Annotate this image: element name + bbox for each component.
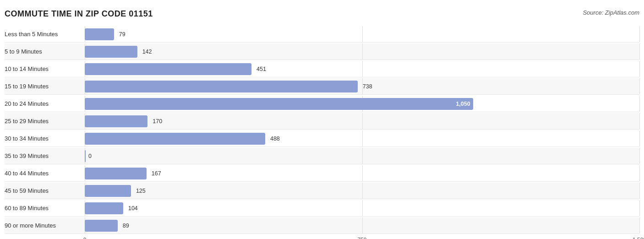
bar: 1,050 [85, 98, 473, 110]
bar-value: 1,050 [453, 101, 470, 107]
bar-value: 142 [140, 49, 152, 55]
bar-label: 20 to 24 Minutes [5, 100, 85, 107]
bar: 79 [85, 28, 114, 40]
bar-label: 40 to 44 Minutes [5, 170, 85, 177]
bar: 89 [85, 220, 118, 232]
bar-value: 0 [88, 153, 92, 159]
bar-value: 79 [117, 31, 126, 38]
bar-row: 10 to 14 Minutes451 [5, 61, 639, 77]
bar-row: 30 to 34 Minutes488 [5, 130, 639, 147]
bar-row: 5 to 9 Minutes142 [5, 43, 639, 60]
bar-area: 0 [85, 148, 639, 164]
bar-area: 89 [85, 217, 639, 234]
bar-area: 1,050 [85, 96, 639, 112]
bar-area: 79 [85, 26, 639, 42]
chart-container: COMMUTE TIME IN ZIP CODE 01151 Source: Z… [5, 9, 639, 239]
bar-value: 738 [360, 83, 372, 90]
chart-source: Source: ZipAtlas.com [583, 9, 639, 16]
chart-header: COMMUTE TIME IN ZIP CODE 01151 Source: Z… [5, 9, 639, 19]
bar-row: 60 to 89 Minutes104 [5, 200, 639, 217]
bar: 104 [85, 202, 123, 214]
bar-value: 170 [150, 118, 162, 125]
bar-row: 40 to 44 Minutes167 [5, 165, 639, 182]
bar-area: 104 [85, 200, 639, 216]
bar-row: 15 to 19 Minutes738 [5, 78, 639, 95]
bar-value: 125 [134, 188, 146, 194]
bar-row: 25 to 29 Minutes170 [5, 113, 639, 130]
chart-title: COMMUTE TIME IN ZIP CODE 01151 [5, 9, 153, 19]
bar-area: 488 [85, 130, 639, 147]
bar-value: 167 [149, 170, 161, 177]
bar-label: 25 to 29 Minutes [5, 118, 85, 125]
bar-label: 60 to 89 Minutes [5, 205, 85, 212]
bar: 451 [85, 63, 251, 75]
bar-area: 142 [85, 43, 639, 60]
bar-label: 5 to 9 Minutes [5, 48, 85, 55]
bar-area: 170 [85, 113, 639, 129]
bar-label: 30 to 34 Minutes [5, 135, 85, 142]
bar-row: 20 to 24 Minutes1,050 [5, 96, 639, 112]
bar-label: 15 to 19 Minutes [5, 83, 85, 90]
bar-area: 451 [85, 61, 639, 77]
bar-label: 10 to 14 Minutes [5, 65, 85, 72]
x-axis: 0 750 1,500 [85, 237, 639, 239]
chart-body: Less than 5 Minutes795 to 9 Minutes14210… [5, 26, 639, 239]
bar-row: 45 to 59 Minutes125 [5, 183, 639, 199]
x-tick-0: 0 [83, 237, 87, 239]
bar-area: 125 [85, 183, 639, 199]
bar-value: 104 [126, 205, 138, 212]
bar-label: 35 to 39 Minutes [5, 152, 85, 159]
x-tick-mid: 750 [357, 237, 366, 239]
bar-label: Less than 5 Minutes [5, 31, 85, 38]
bar-area: 167 [85, 165, 639, 181]
bar-value: 89 [120, 223, 129, 229]
bar-row: Less than 5 Minutes79 [5, 26, 639, 43]
bar-value: 488 [268, 136, 280, 142]
bar: 167 [85, 168, 147, 179]
bar: 488 [85, 133, 265, 145]
bar-label: 45 to 59 Minutes [5, 187, 85, 194]
bar-value: 451 [254, 66, 266, 72]
bar: 170 [85, 115, 147, 127]
x-tick-max: 1,500 [633, 237, 644, 239]
bar-row: 90 or more Minutes89 [5, 217, 639, 234]
bar: 0 [85, 150, 86, 162]
bar-label: 90 or more Minutes [5, 222, 85, 229]
bar: 142 [85, 46, 137, 58]
bar: 125 [85, 185, 131, 197]
bar-row: 35 to 39 Minutes0 [5, 148, 639, 164]
bar: 738 [85, 81, 358, 92]
bar-area: 738 [85, 78, 639, 94]
